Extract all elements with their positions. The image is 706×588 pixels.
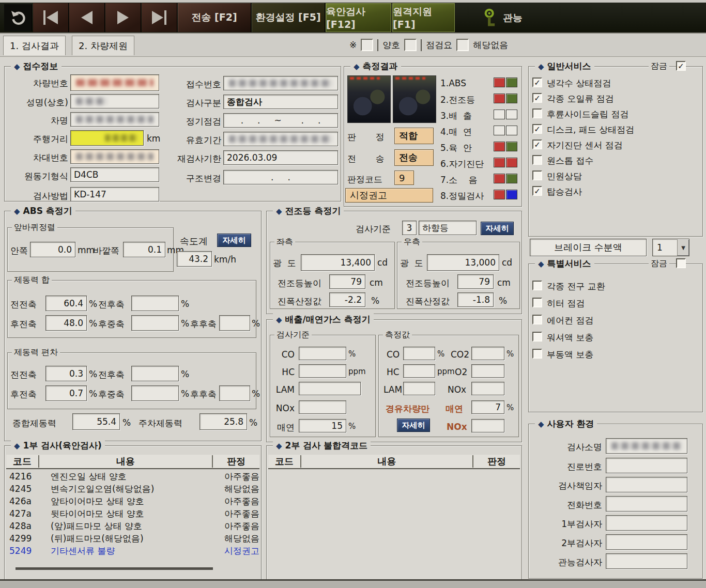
mea-nox-field[interactable] [471,382,504,395]
re-deadline-field[interactable]: 2026.03.09 [223,150,338,165]
service-checkbox[interactable]: ✓ [532,186,542,196]
nav-next-button[interactable] [105,3,141,32]
lane-no-field[interactable] [606,458,687,473]
settings-button[interactable]: 환경설정 [F5] [252,3,325,32]
speed-field[interactable]: 43.2 [177,251,212,267]
part1-inspector-field[interactable] [606,515,687,531]
mea-nox2-field[interactable] [471,419,504,432]
phone-field[interactable] [606,496,687,512]
refresh-button[interactable] [4,4,32,31]
service-checkbox[interactable] [532,171,542,180]
rr-field[interactable] [219,315,250,331]
service-label: 원스톱 접수 [547,155,593,167]
std-co-field[interactable] [299,347,346,360]
special-checkbox[interactable] [532,315,542,324]
rf-dev-field[interactable]: 0.7 [45,385,87,401]
table-row[interactable]: 4245 변속기오일오염(해당없음) 해당없음 [6,483,259,495]
sensory-check-button[interactable]: 관능 [483,7,523,29]
fr-field[interactable] [131,296,179,311]
table-row[interactable]: 428a (앞)패드마모 상태 양호 아주좋음 [6,520,259,532]
nav-first-button[interactable] [33,3,69,32]
brake-fluid-button[interactable]: 브레이크 수분액 [530,239,647,256]
mea-hc-field[interactable] [403,364,435,378]
left-height-field[interactable]: 79 [329,274,365,289]
user-env-title: 사용자 환경 [547,418,594,430]
send-button[interactable]: 전송 [F2] [178,3,251,32]
outer-field[interactable]: 0.1 [123,242,165,257]
rf-field[interactable]: 48.0 [45,315,87,331]
left-lum-field[interactable]: 13,400 [301,254,375,271]
table-row[interactable]: 427a 뒷타이어마모 상태 양호 아주좋음 [6,507,259,520]
mea-co2-field[interactable] [471,347,504,360]
rm-dev-field[interactable] [131,385,179,401]
std-smoke-field[interactable]: 15 [299,419,346,432]
station-name-field[interactable] [606,438,687,454]
inner-field[interactable]: 0.0 [30,242,75,257]
ff-dev-field[interactable]: 0.3 [45,366,87,381]
parking-brake-field[interactable]: 25.8 [199,413,247,430]
mea-o2-field[interactable] [471,364,504,378]
horizontal-scrollbar[interactable] [16,567,213,570]
nav-last-button[interactable] [142,3,177,32]
mea-co-field[interactable] [403,347,435,360]
speed-detail-button[interactable]: 자세히 [217,234,251,247]
general-lock-checkbox[interactable]: ✓ [676,61,686,71]
structure-field[interactable]: . . [223,170,338,184]
nav-prev-button[interactable] [69,3,105,32]
owner-name-field[interactable] [70,94,159,109]
total-brake-field[interactable]: 55.4 [72,413,120,430]
emission-detail-button[interactable]: 자세히 [397,419,430,432]
right-height-field[interactable]: 79 [457,274,494,289]
service-checkbox[interactable] [532,155,542,165]
chief-inspector-field[interactable] [606,477,687,492]
table-row[interactable]: 4216 엔진오일 상태 양호 아주좋음 [6,470,259,483]
mea-lam-field[interactable] [403,382,435,395]
std-hc-field[interactable] [299,364,346,378]
service-checkbox[interactable]: ✓ [532,78,542,87]
right-amp-field[interactable]: -1.8 [457,292,494,307]
tab-vehicle-spec[interactable]: 2. 차량제원 [72,36,134,55]
insp-class-field[interactable]: 종합검사 [223,95,338,109]
rm-field[interactable] [131,315,179,331]
service-checkbox[interactable] [532,109,542,118]
service-checkbox[interactable]: ✓ [532,93,542,103]
special-checkbox[interactable] [532,281,542,290]
vin-field[interactable] [70,149,159,164]
service-checkbox[interactable]: ✓ [532,124,542,134]
table-row[interactable]: 5249 기타센서류 불량 시정권고 [6,545,259,557]
fr-dev-field[interactable] [131,366,179,381]
valid-field[interactable] [223,132,338,146]
service-checkbox[interactable]: ✓ [532,140,542,149]
part2-inspector-field[interactable] [606,534,687,550]
mea-smoke-field[interactable]: 7 [471,400,504,414]
right-lum-field[interactable]: 13,000 [427,254,499,271]
tab-inspection-result[interactable]: 1. 검사결과 [3,36,66,55]
method-field[interactable]: KD-147 [70,187,159,202]
mileage-unit: km [147,133,160,144]
special-lock-checkbox[interactable] [676,258,686,268]
brake-fluid-dropdown[interactable]: 1 ▼ [652,239,689,256]
std-lam-field[interactable] [299,382,361,395]
table-row[interactable]: 4299 (뒤)패드마모(해당없음) 해당없음 [6,532,259,545]
visual-inspection-button[interactable]: 육안검사 [F12] [326,3,391,32]
periodic-field[interactable]: . . ~ . . [223,113,338,128]
special-checkbox[interactable] [532,349,542,359]
receipt-no-field[interactable] [223,76,338,90]
headlight-detail-button[interactable]: 자세히 [481,222,514,235]
rr-dev-field[interactable] [219,385,250,401]
table-row[interactable]: 426a 앞타이어마모 상태 양호 아주좋음 [6,495,259,507]
headlight-standard-value[interactable]: 하향등 [419,221,477,235]
plate-field[interactable] [70,74,159,91]
ff-field[interactable]: 60.4 [45,296,87,311]
special-checkbox[interactable] [532,298,542,307]
sensory-inspector-field[interactable] [606,553,687,569]
mileage-field[interactable] [70,130,144,146]
dropdown-arrow-icon[interactable]: ▼ [677,239,689,256]
special-checkbox[interactable] [532,332,542,342]
left-amp-field[interactable]: -2.2 [329,292,365,307]
headlight-standard-code[interactable]: 3 [402,221,417,235]
remote-support-button[interactable]: 원격지원 [F1] [392,3,455,32]
car-name-field[interactable] [70,112,159,127]
std-nox-field[interactable] [299,400,346,414]
engine-type-field[interactable]: D4CB [70,167,159,182]
